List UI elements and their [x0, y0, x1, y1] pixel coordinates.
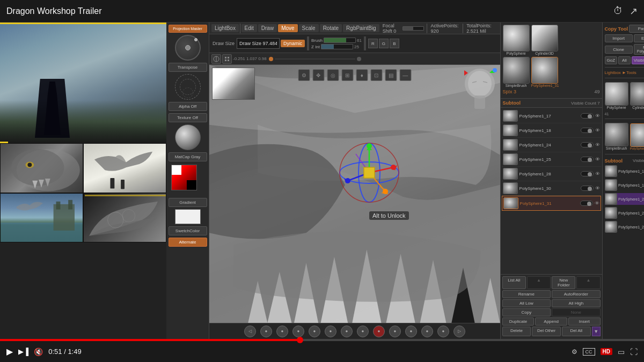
share-icon[interactable]: ↗ — [630, 5, 638, 17]
subtool-item-30[interactable]: PolySphere1_30 👁 — [502, 181, 601, 196]
subtool-item-31[interactable]: PolySphere1_31 👁 — [502, 196, 601, 211]
progress-bar-container[interactable] — [0, 339, 644, 341]
subtool-toggle-17[interactable] — [581, 113, 594, 119]
frame-btn-5[interactable]: ● — [309, 326, 320, 337]
menu-move[interactable]: Move — [278, 24, 297, 32]
subtool-item-18[interactable]: PolySphere1_18 👁 — [502, 123, 601, 138]
fullscreen-button[interactable]: ⛶ — [630, 348, 638, 356]
all-btn[interactable]: All — [618, 56, 631, 64]
grid-btn[interactable] — [222, 54, 232, 64]
g-toggle[interactable]: G — [379, 39, 389, 48]
transpose-control[interactable] — [175, 35, 201, 61]
subtool-toggle-18[interactable] — [581, 128, 594, 133]
brush-size-ring[interactable] — [175, 74, 201, 100]
transpose-btn[interactable]: Transpose — [169, 63, 207, 72]
projection-master-btn[interactable]: Projection Master — [169, 25, 207, 33]
mute-button[interactable]: 🔇 — [34, 348, 43, 356]
theater-button[interactable]: ▭ — [618, 348, 625, 356]
draw-size-input[interactable] — [237, 38, 280, 49]
make-polymesh3d-btn[interactable]: Make PolyMesh3D — [634, 44, 644, 55]
play-button[interactable]: ▶ — [6, 346, 13, 357]
transform-gizmo[interactable] — [334, 138, 404, 209]
subtool-toggle-30[interactable] — [581, 186, 594, 191]
or-polysphere-tool[interactable]: PolySphere — [605, 82, 628, 109]
frame-btn-2[interactable]: ● — [260, 326, 272, 337]
brush-icon-8[interactable]: — — [399, 69, 411, 81]
subtool-toggle-31[interactable] — [580, 201, 593, 206]
focal-shift-slider[interactable] — [402, 26, 424, 31]
thumbnail-dragon-head[interactable] — [0, 143, 83, 193]
subtool-item-17[interactable]: PolySphere1_17 👁 — [502, 109, 601, 123]
brush-icon-1[interactable]: ⚙ — [298, 69, 310, 81]
all-low-btn[interactable]: All Low — [502, 299, 551, 307]
auto-reorder-btn[interactable]: AutoReorder — [552, 290, 601, 298]
rename-btn[interactable]: Rename — [502, 290, 551, 298]
or-sub-24[interactable]: PolySphere1_24 👁 — [605, 193, 644, 205]
captions-button[interactable]: CC — [583, 348, 595, 356]
or-sub-25[interactable]: PolySphere1_25 👁 — [605, 207, 644, 219]
frame-btn-7[interactable]: ● — [341, 326, 353, 337]
subtool-eye-17[interactable]: 👁 — [595, 113, 600, 119]
new-folder-btn[interactable]: New Folder — [552, 276, 575, 289]
duplicate-btn[interactable]: Duplicate — [502, 317, 535, 326]
del-special-btn[interactable]: ▼ — [592, 327, 601, 336]
subtool-item-25[interactable]: PolySphere1_25 👁 — [502, 152, 601, 167]
thumbnail-dragon-wing[interactable] — [83, 193, 166, 243]
brush-slider[interactable] — [324, 38, 356, 43]
alternate-btn[interactable]: Alternate — [169, 238, 207, 247]
r-toggle[interactable]: R — [368, 39, 378, 48]
frame-btn-12[interactable]: ● — [437, 326, 449, 337]
frame-btn-active[interactable]: ● — [373, 326, 385, 337]
all-high-btn[interactable]: All High — [552, 299, 601, 307]
swetch-color-btn[interactable]: SwetchColor — [169, 226, 207, 235]
thumbnail-scene[interactable] — [0, 193, 83, 243]
or-sub-28[interactable]: PolySphere1_28 👁 — [605, 221, 644, 233]
zbrush-canvas[interactable]: ⚙ ✥ ◎ ⊞ ♦ ⊡ ▤ — — [209, 65, 500, 323]
clock-icon[interactable]: ⏱ — [613, 5, 623, 17]
color-palette[interactable] — [171, 165, 204, 195]
subtool-eye-28[interactable]: 👁 — [595, 171, 600, 176]
or-sub-18[interactable]: PolySphere1_18 👁 — [605, 179, 644, 191]
alpha-off-btn[interactable]: Alpha Off — [169, 102, 207, 111]
brush-icon-7[interactable]: ▤ — [385, 69, 397, 81]
append-btn[interactable]: Append — [535, 317, 567, 326]
menu-rotate[interactable]: Rotate — [320, 24, 342, 32]
frame-btn-1[interactable]: ◁ — [244, 326, 256, 337]
matcap-preview[interactable] — [175, 124, 201, 150]
polysphere31-tool[interactable]: PolySphere1_31 — [531, 57, 559, 87]
subtool-toggle-28[interactable] — [581, 171, 594, 176]
next-button[interactable]: ▶▐ — [18, 348, 28, 356]
thumbnail-main[interactable] — [0, 23, 166, 143]
timeline-dot[interactable] — [357, 57, 361, 61]
timeline-dot-active[interactable] — [269, 57, 273, 61]
or-sub-17[interactable]: PolySphere1_17 👁 — [605, 165, 644, 177]
subtool-item-24[interactable]: PolySphere1_24 👁 — [502, 138, 601, 152]
texture-off-btn[interactable]: Texture Off — [169, 113, 207, 122]
clone-btn[interactable]: Clone — [605, 46, 633, 54]
menu-scale[interactable]: Scale — [299, 24, 319, 32]
sym-btn[interactable] — [211, 54, 221, 64]
subtool-eye-25[interactable]: 👁 — [595, 157, 600, 162]
brush-icon-3[interactable]: ◎ — [327, 69, 339, 81]
thumbnail-dragon-fly[interactable] — [83, 143, 166, 193]
timeline-track[interactable] — [275, 58, 355, 60]
insert-btn[interactable]: Insert — [568, 317, 601, 326]
list-all-btn[interactable]: List All — [502, 276, 526, 289]
matcap-gray-btn[interactable]: MatCap Gray — [169, 152, 207, 161]
frame-btn-8[interactable]: ● — [357, 326, 369, 337]
subtool-toggle-25[interactable] — [581, 157, 594, 162]
subtool-eye-31[interactable]: 👁 — [595, 201, 599, 206]
del-other-btn[interactable]: Del Other — [532, 327, 561, 336]
paste-btn[interactable]: Paste... — [629, 25, 644, 33]
visible-btn[interactable]: Visible — [632, 56, 644, 64]
copy-btn[interactable]: Copy — [502, 308, 551, 316]
gradient-btn[interactable]: Gradient — [169, 198, 207, 207]
menu-paintbig[interactable]: RgbPaintBig — [343, 24, 379, 32]
subtool-eye-18[interactable]: 👁 — [595, 128, 600, 133]
cylinder3d-tool[interactable]: Cylinder3D — [531, 25, 558, 55]
frame-btn-9[interactable]: ● — [389, 326, 401, 337]
brush-icon-4[interactable]: ⊞ — [341, 69, 353, 81]
brush-icon-2[interactable]: ✥ — [312, 69, 324, 81]
polysphere-tool[interactable]: PolySphere — [503, 25, 530, 55]
or-cylinder-tool[interactable]: Cylinder3D — [630, 82, 644, 109]
